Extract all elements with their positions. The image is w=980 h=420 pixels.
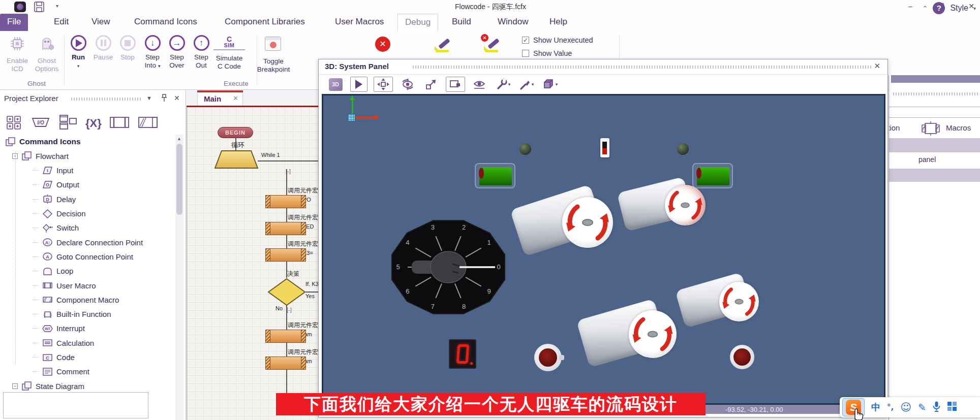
menu-item-build[interactable]: Build	[445, 14, 478, 31]
checkbox-icon[interactable]: ✓	[522, 37, 529, 44]
3d-scene[interactable]: 0123456789	[323, 95, 884, 403]
pause-button[interactable]: Pause	[91, 35, 115, 61]
enable-icd-button[interactable]: Enable ICD	[4, 35, 30, 73]
tree-expander-icon[interactable]: −	[12, 383, 18, 389]
tab-close-icon[interactable]: ✕	[233, 94, 238, 102]
window-drag-handle[interactable]	[413, 66, 873, 69]
collapse-ribbon-icon[interactable]: ⌃	[922, 5, 928, 12]
ime-toolbox-icon[interactable]	[947, 401, 957, 413]
flowchart-component-macro-node[interactable]	[265, 195, 306, 208]
flowchart-while-loop-node[interactable]	[214, 150, 260, 170]
help-icon[interactable]: ?	[933, 2, 945, 14]
expression-icon[interactable]: {X}	[85, 117, 102, 130]
flowchart-component-macro-node[interactable]	[265, 222, 306, 235]
menu-item-view[interactable]: View	[84, 14, 117, 31]
menu-item-debug[interactable]: Debug	[397, 14, 438, 31]
scale-tool-button[interactable]	[422, 77, 440, 92]
tree-item-component-macro[interactable]: Component Macro	[33, 293, 119, 307]
style-dropdown-arrow-icon[interactable]: ▾	[973, 6, 976, 11]
shapes-dropdown-button[interactable]: ▾	[541, 77, 559, 92]
paint-dropdown-button[interactable]: ▾	[518, 77, 535, 92]
flowchart-component-macro-node[interactable]	[265, 248, 306, 262]
rotary-dial-3d[interactable]: 0123456789	[388, 218, 508, 318]
toggle-switch-3d[interactable]	[600, 138, 609, 157]
panel-menu-icon[interactable]: ▼	[146, 95, 152, 101]
scrollbar-thumb[interactable]	[176, 144, 182, 215]
flowchart-component-macro-node[interactable]	[265, 330, 306, 343]
menu-item-help[interactable]: Help	[542, 14, 574, 31]
highlight-pencil-button[interactable]	[434, 36, 452, 53]
orbit-tool-button[interactable]	[399, 77, 416, 92]
style-dropdown[interactable]: Style	[950, 4, 968, 13]
tree-item-comment[interactable]: Comment	[33, 365, 89, 379]
clear-highlight-pencil-button[interactable]: ✕	[483, 36, 501, 53]
component-macro-strip-icon[interactable]	[137, 115, 159, 132]
select-tool-button[interactable]	[350, 77, 368, 92]
collapse-toggle[interactable]: [-]	[287, 307, 292, 313]
app-icon[interactable]	[14, 2, 26, 12]
menu-item-edit[interactable]: Edit	[47, 14, 76, 31]
tree-item-goto-connection-point[interactable]: AGoto Connection Point	[33, 249, 133, 264]
flowchart-canvas[interactable]: BEGIN 循环 While 1 [-] 调用元件宏PO调用元件宏LED调用元件…	[187, 107, 318, 420]
tree-item-output[interactable]: OOutput	[33, 178, 79, 192]
tools-dropdown-button[interactable]: ▾	[495, 77, 512, 92]
tree-item-switch[interactable]: Switch	[33, 221, 79, 235]
ghost-options-button[interactable]: Ghost Options	[33, 35, 61, 73]
menu-item-command-icons[interactable]: Command Icons	[127, 14, 204, 31]
windows-icon[interactable]	[58, 114, 78, 133]
flowchart-component-macro-node[interactable]	[265, 357, 306, 370]
pan-tool-button[interactable]	[374, 77, 393, 92]
step-over-button[interactable]: → Step Over	[166, 35, 188, 70]
macro-strip-icon[interactable]	[109, 115, 130, 132]
project-explorer-scrollbar[interactable]: ▲ ▼	[175, 135, 183, 420]
scroll-up-icon[interactable]: ▲	[177, 136, 181, 141]
tree-item-interrupt[interactable]: INTInterrupt	[33, 321, 85, 336]
checkbox-icon[interactable]	[522, 50, 529, 57]
push-button-3d[interactable]	[730, 345, 754, 369]
show-value-checkbox[interactable]: Show Value	[522, 49, 572, 57]
tree-item-command-icons[interactable]: Command Icons	[5, 135, 81, 149]
run-button[interactable]: Run▾	[67, 35, 89, 70]
tree-item-state-diagram[interactable]: −State Diagram	[12, 379, 84, 393]
minimize-button[interactable]: –	[903, 2, 918, 11]
3d-window-close-icon[interactable]: ✕	[874, 61, 880, 71]
microphone-icon[interactable]	[933, 401, 940, 414]
visibility-button[interactable]	[471, 77, 488, 92]
menu-item-user-macros[interactable]: User Macros	[328, 14, 391, 31]
table-row[interactable]	[889, 169, 980, 182]
tree-item-user-macro[interactable]: User Macro	[33, 278, 96, 293]
menu-item-file[interactable]: File	[0, 14, 28, 31]
menu-item-component-libraries[interactable]: Component Libraries	[218, 14, 312, 31]
flowchart-decision-node[interactable]	[267, 278, 307, 306]
panel-close-icon[interactable]: ✕	[174, 94, 180, 102]
ime-mode-button[interactable]: 中	[871, 401, 880, 413]
push-button-3d[interactable]	[534, 344, 562, 371]
tree-item-loop[interactable]: Loop	[33, 264, 73, 278]
show-unexecuted-checkbox[interactable]: ✓Show Unexecuted	[522, 36, 593, 44]
tree-item-delay[interactable]: DDelay	[33, 192, 76, 206]
panel-row-label[interactable]: panel	[918, 155, 936, 164]
flowchart-begin-node[interactable]: BEGIN	[218, 127, 253, 138]
pin-icon[interactable]	[161, 94, 168, 104]
tree-item-code[interactable]: CCode	[33, 350, 75, 365]
emoji-icon[interactable]: ☺	[900, 401, 911, 413]
panel-drag-handle[interactable]	[71, 98, 142, 101]
tree-item-decision[interactable]: Decision	[33, 207, 86, 221]
stop-button[interactable]: Stop	[117, 35, 138, 61]
panel-drag-handle[interactable]	[893, 92, 978, 95]
tab-main[interactable]: Main ✕	[197, 91, 243, 107]
save-icon[interactable]	[34, 2, 45, 12]
grid-components-icon[interactable]	[5, 115, 23, 132]
tree-item-built-in-function[interactable]: {}Built-in Function	[33, 307, 111, 321]
ime-punctuation-button[interactable]: °,	[887, 403, 894, 412]
box-select-button[interactable]	[446, 77, 465, 92]
pen-icon[interactable]: ✎	[918, 402, 926, 413]
quick-access-dropdown-icon[interactable]: ▾	[56, 3, 58, 9]
tree-item-declare-connection-point[interactable]: A:Declare Connection Point	[33, 235, 143, 249]
menu-item-window[interactable]: Window	[491, 14, 535, 31]
table-row[interactable]	[889, 138, 980, 152]
tree-item-calculation[interactable]: Calculation	[33, 336, 94, 350]
project-explorer-footer-box[interactable]	[3, 392, 148, 418]
tree-item-flowchart[interactable]: −Flowchart	[12, 149, 69, 163]
tree-item-input[interactable]: IInput	[33, 164, 73, 178]
